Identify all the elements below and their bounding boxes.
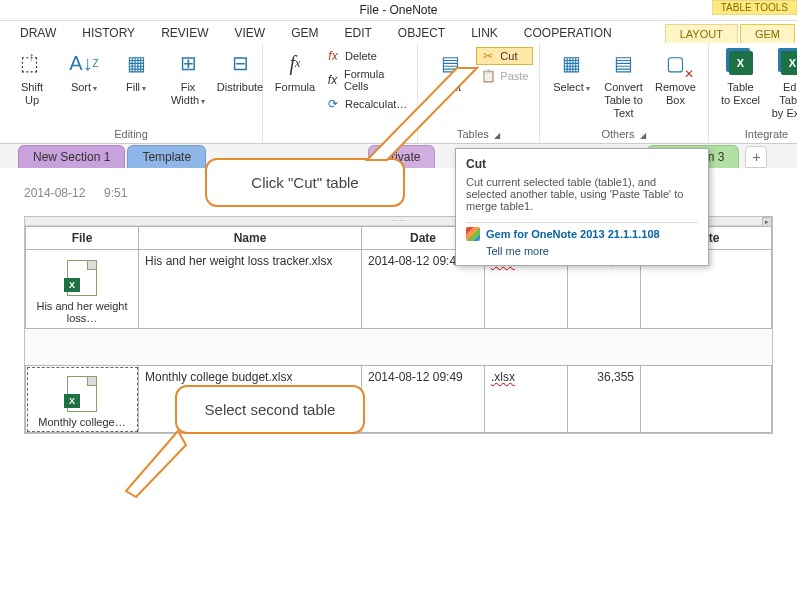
sort-icon: A↓Z [68, 47, 100, 79]
date-cell[interactable]: 2014-08-12 09:49 [362, 366, 485, 433]
col-header[interactable]: File [26, 227, 139, 250]
shift-up-button[interactable]: ⬚↑ Shift Up [6, 45, 58, 109]
edit-table-excel-button[interactable]: X Edit Table by Excel [767, 45, 798, 122]
tooltip-body: Cut current selected table (table1), and… [466, 176, 698, 212]
tab-cooperation[interactable]: COOPERATION [512, 23, 624, 43]
fill-icon: ▦ [120, 47, 152, 79]
scissors-icon: ✂ [480, 48, 496, 64]
ext-cell[interactable]: .xlsx [485, 366, 568, 433]
remove-box-icon: ▢✕ [660, 47, 692, 79]
tab-gem[interactable]: GEM [279, 23, 330, 43]
convert-icon: ▤ [608, 47, 640, 79]
file-cell-selected[interactable]: X Monthly college… [26, 366, 139, 433]
group-label: Editing [6, 128, 256, 142]
select-icon: ▦ [556, 47, 588, 79]
scroll-indicator[interactable]: ▸ [762, 217, 772, 227]
group-label: Others ◢ [546, 128, 702, 142]
dialog-launcher-icon[interactable]: ◢ [640, 131, 646, 140]
distribute-icon: ⊟ [224, 47, 256, 79]
ribbon-tabs: DRAW HISTORY REVIEW VIEW GEM EDIT OBJECT… [0, 21, 797, 43]
fill-button[interactable]: ▦ Fill▾ [110, 45, 162, 97]
group-integrate: X Table to Excel X Edit Table by Excel I… [709, 43, 798, 143]
tooltip-product-link[interactable]: Gem for OneNote 2013 21.1.1.108 [466, 227, 698, 241]
excel-export-icon: X [725, 47, 757, 79]
tab-draw[interactable]: DRAW [8, 23, 68, 43]
fix-width-button[interactable]: ⊞ Fix Width▾ [162, 45, 214, 110]
delete-icon: fx [325, 48, 341, 64]
excel-edit-icon: X [777, 47, 798, 79]
callout-pointer [122, 427, 202, 507]
remove-box-button[interactable]: ▢✕ Remove Box [650, 45, 702, 109]
group-editing: ⬚↑ Shift Up A↓Z Sort▾ ▦ Fill▾ ⊞ Fix Widt… [0, 43, 263, 143]
tooltip-title: Cut [466, 157, 698, 171]
group-label: Integrate [715, 128, 798, 142]
name-cell[interactable]: His and her weight loss tracker.xlsx [139, 250, 362, 329]
fix-width-icon: ⊞ [172, 47, 204, 79]
excel-file-icon: X [67, 260, 97, 296]
delete-formula-button[interactable]: fxDelete [321, 47, 411, 65]
file-cell[interactable]: X His and her weight loss… [26, 250, 139, 329]
tab-review[interactable]: REVIEW [149, 23, 220, 43]
context-header: TABLE TOOLS [712, 0, 797, 15]
select-button[interactable]: ▦ Select▾ [546, 45, 598, 97]
shift-up-icon: ⬚↑ [16, 47, 48, 79]
tab-gem-context[interactable]: GEM [740, 24, 795, 43]
section-tab[interactable]: Template [127, 145, 206, 168]
table-row[interactable]: X Monthly college… Monthly college budge… [26, 366, 772, 433]
callout-cut: Click "Cut" table [205, 158, 405, 207]
tab-object[interactable]: OBJECT [386, 23, 457, 43]
group-others: ▦ Select▾ ▤ Convert Table to Text ▢✕ Rem… [540, 43, 709, 143]
callout-select: Select second table [175, 385, 365, 434]
row-gap [26, 329, 772, 366]
section-tab[interactable]: New Section 1 [18, 145, 125, 168]
cut-table-button[interactable]: ✂Cut [476, 47, 532, 65]
tab-view[interactable]: VIEW [222, 23, 277, 43]
sort-button[interactable]: A↓Z Sort▾ [58, 45, 110, 97]
note-cell[interactable] [641, 366, 772, 433]
tab-edit[interactable]: EDIT [332, 23, 383, 43]
distribute-button[interactable]: ⊟ Distribute [214, 45, 266, 96]
file-label: Monthly college… [32, 416, 132, 428]
col-header[interactable]: Name [139, 227, 362, 250]
table-to-excel-button[interactable]: X Table to Excel [715, 45, 767, 109]
tab-layout-context[interactable]: LAYOUT [665, 24, 738, 43]
tab-link[interactable]: LINK [459, 23, 510, 43]
excel-file-icon: X [67, 376, 97, 412]
cut-tooltip: Cut Cut current selected table (table1),… [455, 148, 709, 266]
tooltip-more-link[interactable]: Tell me more [486, 245, 698, 257]
convert-button[interactable]: ▤ Convert Table to Text [598, 45, 650, 122]
add-section-button[interactable]: + [745, 146, 767, 168]
gem-icon [466, 227, 480, 241]
tab-history[interactable]: HISTORY [70, 23, 147, 43]
file-label: His and her weight loss… [32, 300, 132, 324]
window-title: File - OneNote [0, 0, 797, 21]
size-cell[interactable]: 36,355 [568, 366, 641, 433]
